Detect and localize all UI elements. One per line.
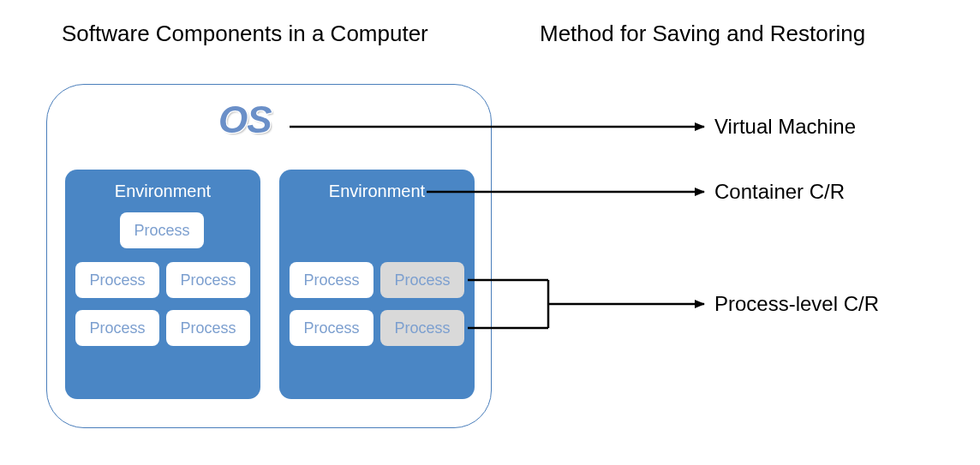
environment-1-label: Environment bbox=[65, 182, 260, 201]
heading-components: Software Components in a Computer bbox=[62, 21, 428, 47]
method-process-label: Process-level C/R bbox=[714, 292, 879, 316]
method-vm-label: Virtual Machine bbox=[714, 115, 856, 139]
env2-process-3: Process bbox=[380, 310, 464, 346]
env1-process-0: Process bbox=[120, 212, 204, 248]
heading-methods: Method for Saving and Restoring bbox=[540, 21, 865, 47]
environment-2: Environment Process Process Process Proc… bbox=[279, 170, 475, 399]
environment-2-label: Environment bbox=[279, 182, 475, 201]
env1-process-1: Process bbox=[75, 262, 159, 298]
arrow-process-bracket bbox=[468, 280, 704, 328]
method-container-label: Container C/R bbox=[714, 180, 845, 204]
environment-1: Environment Process Process Process Proc… bbox=[65, 170, 260, 399]
env1-process-3: Process bbox=[75, 310, 159, 346]
env1-process-2: Process bbox=[166, 262, 250, 298]
env1-process-4: Process bbox=[166, 310, 250, 346]
env2-process-0: Process bbox=[290, 262, 373, 298]
env2-process-1: Process bbox=[380, 262, 464, 298]
os-label: OS bbox=[218, 98, 272, 141]
env2-process-2: Process bbox=[290, 310, 373, 346]
